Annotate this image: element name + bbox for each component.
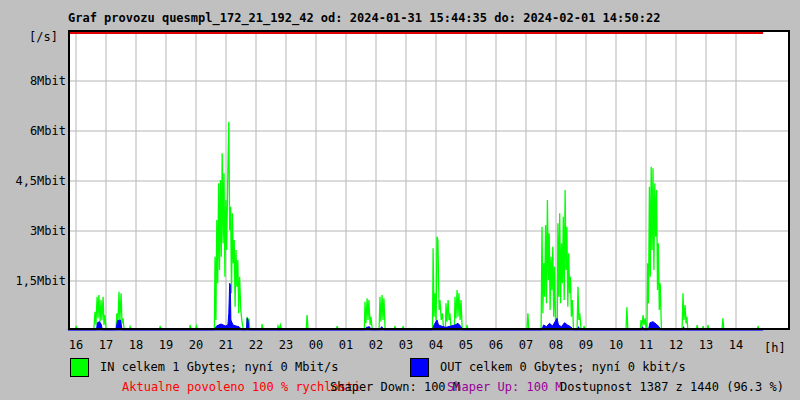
y-tick-label: 4,5Mbit	[15, 174, 66, 188]
allowed-speed-status: Aktualne povoleno 100 % rychlosti	[122, 380, 360, 394]
y-axis-unit-label: [/s]	[29, 30, 58, 44]
x-tick-label: 02	[369, 338, 383, 352]
x-tick-label: 07	[519, 338, 533, 352]
x-tick-label: 04	[429, 338, 443, 352]
x-tick-label: 18	[129, 338, 143, 352]
shaper-down-status: Shaper Down: 100 M	[330, 380, 460, 394]
out-legend-swatch	[410, 358, 429, 377]
x-tick-label: 19	[159, 338, 173, 352]
y-tick-label: 1,5Mbit	[15, 274, 66, 288]
out-legend-label: OUT celkem 0 Gbytes; nyní 0 kbit/s	[440, 360, 686, 374]
shaper-up-status: Shaper Up: 100 M	[447, 380, 563, 394]
x-tick-label: 00	[309, 338, 323, 352]
x-tick-label: 17	[99, 338, 113, 352]
x-tick-label: 21	[219, 338, 233, 352]
x-tick-label: 06	[489, 338, 503, 352]
traffic-chart: 1617181920212223000102030405060708091011…	[0, 0, 800, 400]
x-tick-label: 10	[609, 338, 623, 352]
x-tick-label: 08	[549, 338, 563, 352]
x-tick-label: 05	[459, 338, 473, 352]
in-legend-label: IN celkem 1 Gbytes; nyní 0 Mbit/s	[100, 360, 338, 374]
x-tick-label: 12	[669, 338, 683, 352]
x-tick-label: 22	[249, 338, 263, 352]
availability-status: Dostupnost 1387 z 1440 (96.3 %)	[560, 380, 784, 394]
x-tick-label: 23	[279, 338, 293, 352]
in-legend-swatch	[70, 358, 89, 377]
x-tick-label: 01	[339, 338, 353, 352]
x-tick-label: 09	[579, 338, 593, 352]
plot-area	[68, 30, 790, 330]
x-tick-label: 16	[69, 338, 83, 352]
y-tick-label: 8Mbit	[30, 74, 66, 88]
x-tick-label: 20	[189, 338, 203, 352]
y-tick-label: 6Mbit	[30, 124, 66, 138]
x-axis-unit-label: [h]	[764, 341, 786, 355]
x-tick-label: 11	[639, 338, 653, 352]
x-tick-label: 13	[699, 338, 713, 352]
x-tick-label: 14	[729, 338, 743, 352]
y-tick-label: 3Mbit	[30, 224, 66, 238]
x-tick-label: 03	[399, 338, 413, 352]
